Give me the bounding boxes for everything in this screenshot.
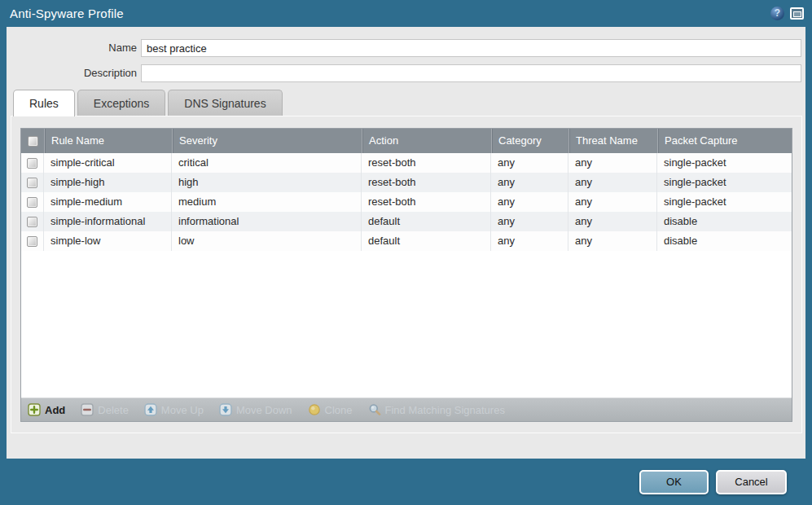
cell-severity: high bbox=[172, 173, 362, 192]
anti-spyware-profile-dialog: Anti-Spyware Profile ? Name Description … bbox=[0, 0, 812, 505]
row-checkbox[interactable] bbox=[27, 197, 37, 208]
clone-button[interactable]: Clone bbox=[308, 403, 353, 416]
cell-packet-capture: single-packet bbox=[657, 153, 792, 173]
dialog-body: Name Description Rules Exceptions DNS Si… bbox=[7, 27, 805, 459]
row-checkbox[interactable] bbox=[27, 178, 37, 188]
dialog-titlebar: Anti-Spyware Profile ? bbox=[0, 0, 812, 27]
table-row[interactable]: simple-informational informational defau… bbox=[21, 212, 792, 231]
cell-threat-name: any bbox=[568, 153, 657, 173]
move-up-icon bbox=[144, 403, 157, 416]
row-checkbox[interactable] bbox=[27, 158, 37, 169]
ok-button[interactable]: OK bbox=[639, 470, 709, 494]
dialog-title: Anti-Spyware Profile bbox=[10, 7, 770, 20]
table-row[interactable]: simple-low low default any any disable bbox=[21, 231, 792, 251]
rules-tab-panel: Rule Name Severity Action Category Threa… bbox=[11, 116, 802, 433]
description-input[interactable] bbox=[141, 64, 801, 82]
description-label: Description bbox=[7, 64, 137, 82]
tab-dns-signatures[interactable]: DNS Signatures bbox=[168, 90, 282, 116]
cell-threat-name: any bbox=[568, 231, 657, 251]
rules-table: Rule Name Severity Action Category Threa… bbox=[20, 128, 792, 422]
cell-rule-name: simple-low bbox=[44, 231, 172, 251]
cell-category: any bbox=[491, 173, 568, 192]
window-icon[interactable] bbox=[790, 7, 804, 20]
move-down-icon bbox=[219, 403, 232, 416]
cell-threat-name: any bbox=[568, 192, 657, 212]
table-toolbar: Add Delete Move Up bbox=[21, 397, 792, 421]
cell-action: default bbox=[362, 212, 491, 231]
cell-category: any bbox=[491, 231, 568, 251]
cell-action: default bbox=[362, 231, 491, 251]
cell-threat-name: any bbox=[568, 173, 657, 192]
cell-category: any bbox=[491, 153, 568, 173]
cell-action: reset-both bbox=[362, 192, 491, 212]
cell-rule-name: simple-critical bbox=[44, 153, 172, 173]
row-checkbox[interactable] bbox=[27, 236, 37, 247]
table-row[interactable]: simple-critical critical reset-both any … bbox=[21, 153, 792, 173]
row-checkbox[interactable] bbox=[27, 217, 37, 227]
cell-rule-name: simple-high bbox=[44, 173, 172, 192]
cell-rule-name: simple-informational bbox=[44, 212, 172, 231]
tab-exceptions[interactable]: Exceptions bbox=[77, 90, 165, 116]
column-header-rule-name[interactable]: Rule Name bbox=[44, 129, 172, 153]
tab-rules[interactable]: Rules bbox=[13, 90, 75, 116]
tab-bar: Rules Exceptions DNS Signatures bbox=[13, 90, 283, 116]
name-label: Name bbox=[7, 39, 137, 57]
table-body: simple-critical critical reset-both any … bbox=[21, 153, 792, 397]
column-header-action[interactable]: Action bbox=[362, 129, 491, 153]
delete-icon bbox=[81, 403, 94, 416]
cell-severity: critical bbox=[172, 153, 362, 173]
delete-button[interactable]: Delete bbox=[81, 403, 129, 416]
cell-rule-name: simple-medium bbox=[44, 192, 172, 212]
cell-category: any bbox=[491, 192, 568, 212]
cell-severity: informational bbox=[172, 212, 362, 231]
dialog-footer: OK Cancel bbox=[0, 459, 812, 505]
add-icon bbox=[28, 403, 41, 416]
select-all-header-cell bbox=[21, 129, 44, 153]
cell-category: any bbox=[491, 212, 568, 231]
add-button[interactable]: Add bbox=[28, 403, 65, 416]
find-matching-signatures-button[interactable]: Find Matching Signatures bbox=[368, 403, 505, 416]
cell-severity: medium bbox=[172, 192, 362, 212]
cell-packet-capture: single-packet bbox=[657, 173, 792, 192]
select-all-checkbox[interactable] bbox=[28, 136, 38, 147]
column-header-packet-capture[interactable]: Packet Capture bbox=[657, 129, 792, 153]
find-matching-signatures-icon bbox=[368, 403, 381, 416]
help-icon[interactable]: ? bbox=[770, 7, 784, 20]
table-row[interactable]: simple-high high reset-both any any sing… bbox=[21, 173, 792, 192]
cell-severity: low bbox=[172, 231, 362, 251]
table-row[interactable]: simple-medium medium reset-both any any … bbox=[21, 192, 792, 212]
column-header-severity[interactable]: Severity bbox=[172, 129, 362, 153]
cell-packet-capture: disable bbox=[657, 231, 792, 251]
name-input[interactable] bbox=[141, 39, 801, 57]
clone-icon bbox=[308, 403, 321, 416]
column-header-threat-name[interactable]: Threat Name bbox=[568, 129, 657, 153]
cancel-button[interactable]: Cancel bbox=[716, 470, 787, 494]
move-down-button[interactable]: Move Down bbox=[219, 403, 292, 416]
column-header-category[interactable]: Category bbox=[491, 129, 568, 153]
cell-action: reset-both bbox=[362, 153, 491, 173]
table-header-row: Rule Name Severity Action Category Threa… bbox=[21, 129, 792, 153]
cell-action: reset-both bbox=[362, 173, 491, 192]
cell-packet-capture: disable bbox=[657, 212, 792, 231]
cell-packet-capture: single-packet bbox=[657, 192, 792, 212]
move-up-button[interactable]: Move Up bbox=[144, 403, 204, 416]
cell-threat-name: any bbox=[568, 212, 657, 231]
